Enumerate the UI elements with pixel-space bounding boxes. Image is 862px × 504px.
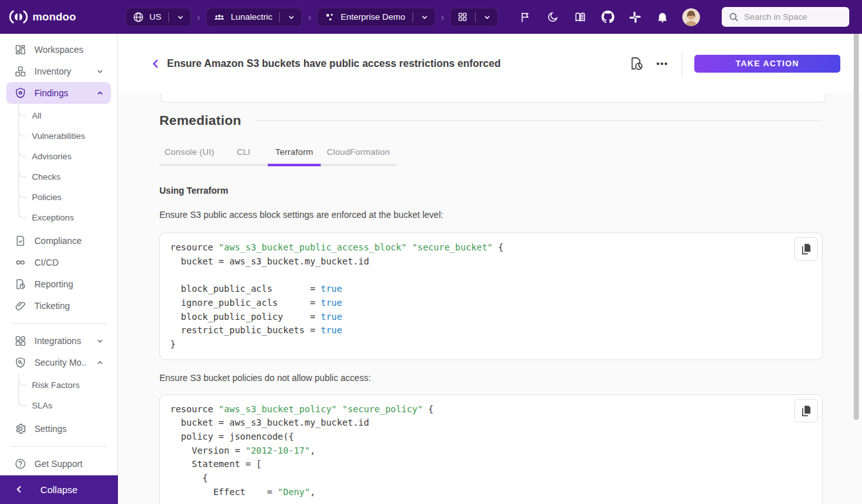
- sidebar-item-get-support[interactable]: Get Support: [6, 453, 111, 475]
- back-button[interactable]: [146, 54, 165, 73]
- sidebar-subitem-label: Checks: [32, 172, 61, 182]
- code-content: resource "aws_s3_bucket_public_access_bl…: [170, 241, 812, 352]
- space-icon: [324, 11, 335, 23]
- sidebar-item-advisories[interactable]: Advisories: [0, 146, 117, 166]
- sidebar-subitem-label: SLAs: [32, 401, 52, 410]
- terraform-code-block-1: resource "aws_s3_bucket_public_access_bl…: [159, 233, 822, 360]
- findings-shield-bug-icon: [14, 87, 27, 99]
- take-action-button[interactable]: TAKE ACTION: [694, 55, 840, 73]
- sidebar-subitem-label: Exceptions: [32, 213, 74, 222]
- section-title: Remediation: [159, 113, 241, 128]
- region-label: US: [149, 12, 161, 22]
- cicd-infinity-icon: [14, 256, 27, 269]
- tab-cloudformation[interactable]: CloudFormation: [321, 141, 396, 166]
- chevron-down-icon[interactable]: [286, 11, 297, 23]
- github-icon[interactable]: [600, 10, 615, 25]
- sidebar-subitem-label: Vulnerabilities: [32, 131, 85, 141]
- security-submenu: Risk Factors SLAs: [0, 373, 117, 418]
- instruction-text: Ensure S3 bucket policies do not allow p…: [159, 373, 822, 383]
- sidebar-item-exceptions[interactable]: Exceptions: [0, 207, 117, 227]
- sidebar-subitem-label: Policies: [32, 192, 62, 202]
- notifications-bell-icon[interactable]: [655, 10, 670, 25]
- region-selector[interactable]: US: [126, 8, 191, 27]
- chevron-down-icon[interactable]: [419, 11, 430, 23]
- more-options-button[interactable]: •••: [656, 58, 668, 69]
- chevron-down-icon[interactable]: [175, 11, 186, 23]
- header-divider: [682, 51, 682, 76]
- sidebar-item-vulnerabilities[interactable]: Vulnerabilities: [0, 126, 117, 146]
- copy-button[interactable]: [794, 399, 818, 422]
- sidebar-item-slas[interactable]: SLAs: [0, 395, 117, 415]
- sidebar-item-label: Security Mo...: [34, 357, 87, 368]
- slack-icon[interactable]: [627, 10, 643, 25]
- sidebar-item-label: CI/CD: [34, 257, 106, 268]
- sidebar-divider: [10, 446, 107, 447]
- main-content: Remediation Console (UI) CLI Terraform C…: [118, 93, 862, 504]
- breadcrumb: US › Lunalectric ›: [126, 8, 497, 27]
- remediation-header: Remediation: [159, 113, 822, 128]
- previous-card-edge: [161, 93, 826, 103]
- breadcrumb-separator: ›: [441, 11, 444, 22]
- globe-icon: [133, 11, 144, 23]
- copy-button[interactable]: [794, 237, 818, 261]
- sidebar-item-findings[interactable]: Findings: [6, 82, 111, 104]
- inventory-icon: [14, 65, 27, 78]
- sidebar-scrollbar[interactable]: [854, 6, 859, 420]
- top-navbar: mondoo US › Lunalectric: [0, 0, 862, 34]
- sidebar-item-reporting[interactable]: Reporting: [6, 273, 111, 295]
- chevron-up-icon[interactable]: [94, 87, 106, 99]
- help-icon: [14, 457, 27, 470]
- chevron-down-icon[interactable]: [481, 11, 493, 23]
- docs-book-icon[interactable]: [573, 10, 588, 25]
- search-icon: [728, 11, 739, 22]
- sidebar-item-integrations[interactable]: Integrations: [6, 330, 111, 352]
- sidebar-subitem-label: All: [32, 111, 41, 120]
- sidebar-item-ticketing[interactable]: Ticketing: [6, 295, 111, 317]
- workspaces-icon: [14, 43, 27, 56]
- sidebar-item-policies[interactable]: Policies: [0, 187, 117, 207]
- sidebar-item-risk-factors[interactable]: Risk Factors: [0, 375, 117, 395]
- flag-icon[interactable]: [518, 10, 533, 25]
- sidebar-bottom-group: Get Support: [0, 440, 117, 479]
- brand-name: mondoo: [33, 11, 76, 24]
- tab-terraform[interactable]: Terraform: [268, 141, 321, 166]
- integrations-icon: [14, 335, 27, 347]
- chevron-left-icon: [13, 483, 26, 496]
- tab-console-ui[interactable]: Console (UI): [159, 141, 219, 166]
- workspace-selector[interactable]: [450, 8, 498, 27]
- sidebar-item-inventory[interactable]: Inventory: [6, 61, 111, 82]
- organization-label: Lunalectric: [231, 12, 272, 22]
- sidebar-item-label: Workspaces: [34, 45, 106, 55]
- dark-mode-moon-icon[interactable]: [545, 10, 560, 25]
- chevron-down-icon[interactable]: [94, 335, 106, 347]
- organization-selector[interactable]: Lunalectric: [206, 8, 302, 27]
- avatar[interactable]: [682, 8, 700, 26]
- sidebar-item-security-monitoring[interactable]: Security Mo...: [6, 352, 111, 373]
- space-selector[interactable]: Enterprise Demo: [317, 8, 435, 27]
- instruction-text: Ensure S3 public access block settings a…: [159, 210, 822, 220]
- sidebar-item-label: Get Support: [34, 459, 106, 469]
- sidebar-item-checks[interactable]: Checks: [0, 166, 117, 187]
- security-shield-wrench-icon: [14, 356, 27, 369]
- sidebar-item-all[interactable]: All: [0, 105, 117, 126]
- report-icon[interactable]: [627, 54, 646, 73]
- collapse-sidebar-button[interactable]: Collapse: [0, 475, 118, 504]
- sidebar-item-workspaces[interactable]: Workspaces: [6, 39, 111, 61]
- chevron-up-icon[interactable]: [94, 357, 106, 368]
- breadcrumb-separator: ›: [308, 11, 311, 22]
- tab-cli[interactable]: CLI: [219, 141, 268, 166]
- settings-gear-icon: [14, 422, 27, 435]
- chevron-down-icon[interactable]: [94, 66, 106, 77]
- mondoo-logo[interactable]: mondoo: [9, 8, 76, 25]
- search-input[interactable]: [744, 12, 843, 22]
- sidebar-item-cicd[interactable]: CI/CD: [6, 252, 111, 273]
- ticketing-paperclip-icon: [14, 299, 27, 312]
- chip-divider: [413, 12, 413, 22]
- sidebar-item-settings[interactable]: Settings: [6, 418, 111, 440]
- collapse-label: Collapse: [40, 484, 77, 495]
- search-box: [722, 7, 849, 27]
- sidebar-item-compliance[interactable]: Compliance: [6, 230, 111, 252]
- page-header: Ensure Amazon S3 buckets have public acc…: [118, 34, 862, 93]
- chip-divider: [475, 12, 476, 22]
- sidebar-subitem-label: Risk Factors: [32, 380, 80, 390]
